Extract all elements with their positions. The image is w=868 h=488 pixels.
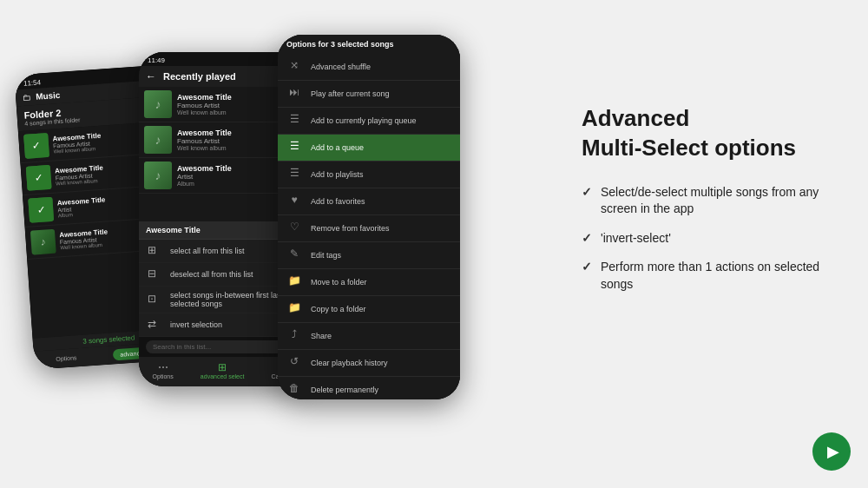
option-delete[interactable]: 🗑 Delete permanently <box>278 377 460 399</box>
option-share[interactable]: ⤴ Share <box>278 323 460 350</box>
opt-label: Play after current song <box>311 89 390 98</box>
play-after-icon: ⏭ <box>286 86 302 102</box>
song-artist: Artist <box>177 173 232 181</box>
time-mid: 11:49 <box>148 56 165 64</box>
options-icon: ⋯ <box>153 361 174 373</box>
feature-item-2: 'invert-select' <box>582 230 842 247</box>
options-tab[interactable]: Options <box>49 352 84 366</box>
thumb-mid-3: ♪ <box>144 162 172 189</box>
search-bar-mid[interactable]: Search in this list... <box>146 340 297 353</box>
heart-filled-icon: ♥ <box>286 194 302 209</box>
delete-icon: 🗑 <box>286 382 302 398</box>
opt-label: Add to favorites <box>311 197 365 206</box>
opt-label: Share <box>311 332 332 340</box>
feature-item-1: Select/de-select multiple songs from any… <box>582 184 842 218</box>
heading-line1: Advanced <box>582 105 689 131</box>
tab-advanced-label: advanced select <box>201 373 245 379</box>
add-queue-playing-icon: ☰ <box>286 113 302 129</box>
option-clear-history[interactable]: ↺ Clear playback history <box>278 350 460 377</box>
opt-label: Move to a folder <box>311 278 367 287</box>
thumb-mid-1: ♪ <box>144 90 172 118</box>
playlists-icon: ☰ <box>286 167 302 182</box>
song-album: Well known album <box>177 145 232 151</box>
option-play-after[interactable]: ⏭ Play after current song <box>278 81 460 108</box>
option-add-queue[interactable]: ☰ Add to a queue <box>278 135 460 162</box>
thumb-1 <box>23 133 49 159</box>
history-icon: ↺ <box>286 355 302 371</box>
opt-label: Add to playlists <box>311 170 364 179</box>
share-icon: ⤴ <box>286 328 302 344</box>
edit-icon: ✎ <box>286 247 302 263</box>
thumb-3 <box>28 197 54 223</box>
feature-text-3: Perform more than 1 actions on selected … <box>601 259 842 293</box>
opt-label: Remove from favorites <box>311 224 390 233</box>
thumb-mid-2: ♪ <box>144 126 172 154</box>
invert-icon: ⇄ <box>148 318 161 332</box>
deselect-all-icon: ⊟ <box>148 267 161 281</box>
move-folder-icon: 📁 <box>286 274 302 290</box>
song-title: Awesome Title <box>177 93 232 102</box>
opt-label: Add to currently playing queue <box>311 116 417 125</box>
advanced-icon: ⊞ <box>201 361 245 373</box>
option-edit-tags[interactable]: ✎ Edit tags <box>278 242 460 269</box>
options-header: Options for 3 selected songs <box>278 35 460 54</box>
feature-text-1: Select/de-select multiple songs from any… <box>601 184 842 218</box>
feature-list: Select/de-select multiple songs from any… <box>582 184 842 293</box>
option-add-playlists[interactable]: ☰ Add to playlists <box>278 162 460 188</box>
select-between-icon: ⊡ <box>148 293 161 307</box>
feature-text-2: 'invert-select' <box>601 230 671 247</box>
option-remove-favorites[interactable]: ♡ Remove from favorites <box>278 215 460 242</box>
heading-line2: Multi-Select options <box>582 135 796 161</box>
option-add-favorites[interactable]: ♥ Add to favorites <box>278 188 460 215</box>
option-copy-folder[interactable]: 📁 Copy to a folder <box>278 296 460 323</box>
opt-label: Copy to a folder <box>311 305 366 313</box>
opt-label: Clear playback history <box>311 359 388 367</box>
tab-options-label: Options <box>153 373 174 379</box>
opt-label: Add to a queue <box>311 143 364 152</box>
time-back: 11:54 <box>23 78 42 87</box>
option-move-folder[interactable]: 📁 Move to a folder <box>278 269 460 296</box>
song-album: Well known album <box>177 109 232 115</box>
thumb-2 <box>26 165 52 191</box>
main-heading: Advanced Multi-Select options <box>582 104 842 163</box>
song-artist: Famous Artist <box>177 102 232 109</box>
opt-label: Advanced shuffle <box>311 63 371 71</box>
option-add-queue-playing[interactable]: ☰ Add to currently playing queue <box>278 108 460 135</box>
song-artist: Famous Artist <box>177 137 232 145</box>
song-title: Awesome Title <box>177 164 232 173</box>
invert-label: invert selection <box>170 320 222 329</box>
deselect-all-label: deselect all from this list <box>170 270 253 279</box>
thumb-4: ♪ <box>30 229 56 255</box>
select-all-icon: ⊞ <box>148 244 161 258</box>
multiselect-song-title: Awesome Title <box>146 226 201 234</box>
right-panel: Advanced Multi-Select options Select/de-… <box>582 104 842 306</box>
shuffle-icon: ⤨ <box>286 59 302 75</box>
tab-options[interactable]: ⋯ Options <box>153 361 174 379</box>
tab-advanced[interactable]: ⊞ advanced select <box>201 361 245 379</box>
opt-label: Delete permanently <box>311 386 378 394</box>
feature-item-3: Perform more than 1 actions on selected … <box>582 259 842 293</box>
add-queue-icon: ☰ <box>286 140 302 155</box>
nav-title-mid: Recently played <box>163 71 290 82</box>
option-advanced-shuffle[interactable]: ⤨ Advanced shuffle <box>278 54 460 81</box>
song-album: Album <box>177 181 232 187</box>
back-button-mid[interactable]: ← <box>146 70 156 82</box>
music-label: Music <box>36 90 61 102</box>
heart-empty-icon: ♡ <box>286 221 302 236</box>
select-all-label: select all from this list <box>170 247 245 255</box>
play-badge[interactable] <box>812 432 851 471</box>
folder-icon: 🗀 <box>23 92 32 102</box>
song-title: Awesome Title <box>177 129 232 137</box>
copy-folder-icon: 📁 <box>286 301 302 317</box>
select-between-label: select songs in-between first last selec… <box>170 291 295 308</box>
phone-front: Options for 3 selected songs ⤨ Advanced … <box>278 35 460 399</box>
opt-label: Edit tags <box>311 251 341 260</box>
